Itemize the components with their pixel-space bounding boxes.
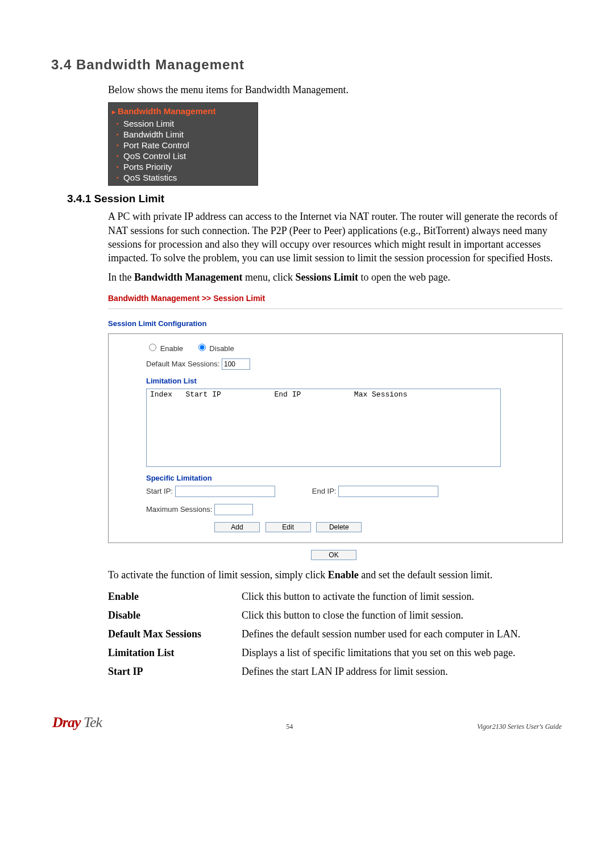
activate-pre: To activate the function of limit sessio…	[108, 569, 328, 581]
def-term: Start IP	[108, 662, 242, 681]
default-max-sessions-row: Default Max Sessions:	[146, 358, 551, 370]
instruction-bold-sessions: Sessions Limit	[296, 272, 359, 283]
config-subtitle: Session Limit Configuration	[108, 319, 563, 328]
menu-item-ports-priority[interactable]: Ports Priority	[109, 161, 258, 172]
breadcrumb: Bandwidth Management >> Session Limit	[108, 290, 563, 303]
max-sessions-label: Maximum Sessions:	[146, 505, 212, 514]
disable-radio[interactable]	[198, 344, 206, 351]
section-heading: 3.4 Bandwidth Management	[51, 57, 563, 73]
enable-radio-label[interactable]: Enable	[146, 344, 185, 353]
add-button[interactable]: Add	[214, 522, 260, 532]
subsection-heading: 3.4.1 Session Limit	[67, 193, 563, 205]
table-row: Default Max Sessions Defines the default…	[108, 625, 560, 644]
disable-radio-label[interactable]: Disable	[196, 344, 234, 353]
default-max-input[interactable]	[222, 358, 250, 370]
table-row: Start IP Defines the start LAN IP addres…	[108, 662, 560, 681]
delete-button[interactable]: Delete	[316, 522, 362, 532]
def-desc: Defines the start LAN IP address for lim…	[242, 662, 560, 681]
end-ip-input[interactable]	[338, 486, 438, 497]
ok-row: OK	[108, 550, 563, 560]
enable-disable-row: Enable Disable	[146, 342, 551, 353]
menu-title: Bandwidth Management	[109, 105, 258, 118]
def-desc: Click this button to activate the functi…	[242, 587, 560, 606]
divider	[108, 308, 563, 309]
def-desc: Displays a list of specific limitations …	[242, 644, 560, 662]
instruction-pre: In the	[108, 272, 134, 283]
default-max-label: Default Max Sessions:	[146, 360, 219, 368]
max-sessions-input[interactable]	[214, 504, 253, 515]
ip-range-row: Start IP: End IP:	[146, 486, 551, 497]
enable-radio[interactable]	[149, 344, 156, 351]
edit-button[interactable]: Edit	[265, 522, 311, 532]
start-ip-input[interactable]	[175, 486, 275, 497]
menu-item-port-rate-control[interactable]: Port Rate Control	[109, 140, 258, 151]
limitation-list[interactable]: Index Start IP End IP Max Sessions	[146, 389, 501, 467]
menu-item-bandwidth-limit[interactable]: Bandwidth Limit	[109, 129, 258, 140]
disable-label-text: Disable	[209, 344, 234, 353]
def-desc: Defines the default session number used …	[242, 625, 560, 644]
def-term: Default Max Sessions	[108, 625, 242, 644]
enable-label-text: Enable	[160, 344, 183, 353]
definitions-table: Enable Click this button to activate the…	[108, 587, 560, 681]
table-row: Disable Click this button to close the f…	[108, 606, 560, 625]
button-row: Add Edit Delete	[214, 522, 551, 532]
menu-item-qos-control-list[interactable]: QoS Control List	[109, 151, 258, 161]
def-desc: Click this button to close the function …	[242, 606, 560, 625]
page-footer: Dray Tek 54 Vigor2130 Series User's Guid…	[51, 714, 563, 731]
page-number: 54	[286, 723, 293, 731]
draytek-logo: Dray Tek	[52, 714, 102, 731]
bandwidth-management-menu: Bandwidth Management Session Limit Bandw…	[108, 102, 258, 186]
ok-button[interactable]: OK	[311, 550, 356, 560]
session-limit-config: Session Limit Configuration Enable Disab…	[108, 319, 563, 560]
table-row: Limitation List Displays a list of speci…	[108, 644, 560, 662]
max-sessions-row: Maximum Sessions:	[146, 504, 551, 515]
def-term: Disable	[108, 606, 242, 625]
guide-name: Vigor2130 Series User's Guide	[477, 723, 562, 731]
activate-text: To activate the function of limit sessio…	[108, 568, 563, 582]
activate-bold: Enable	[328, 569, 359, 581]
def-term: Limitation List	[108, 644, 242, 662]
instruction-bold-bandwidth: Bandwidth Management	[134, 272, 243, 283]
config-panel: Enable Disable Default Max Sessions: Lim…	[108, 333, 563, 543]
activate-post: and set the default session limit.	[359, 569, 492, 581]
instruction-post: to open the web page.	[358, 272, 450, 283]
logo-dray: Dray	[52, 714, 80, 731]
logo-tek: Tek	[80, 714, 102, 731]
instruction-mid: menu, click	[243, 272, 296, 283]
section-intro: Below shows the menu items for Bandwidth…	[108, 83, 563, 97]
specific-limitation-heading: Specific Limitation	[146, 474, 551, 482]
subsection-instruction: In the Bandwidth Management menu, click …	[108, 270, 563, 284]
menu-item-qos-statistics[interactable]: QoS Statistics	[109, 172, 258, 183]
subsection-paragraph: A PC with private IP address can access …	[108, 210, 563, 265]
start-ip-label: Start IP:	[146, 487, 173, 495]
end-ip-label: End IP:	[312, 487, 337, 495]
table-row: Enable Click this button to activate the…	[108, 587, 560, 606]
limitation-list-heading: Limitation List	[146, 377, 551, 385]
def-term: Enable	[108, 587, 242, 606]
menu-item-session-limit[interactable]: Session Limit	[109, 118, 258, 129]
